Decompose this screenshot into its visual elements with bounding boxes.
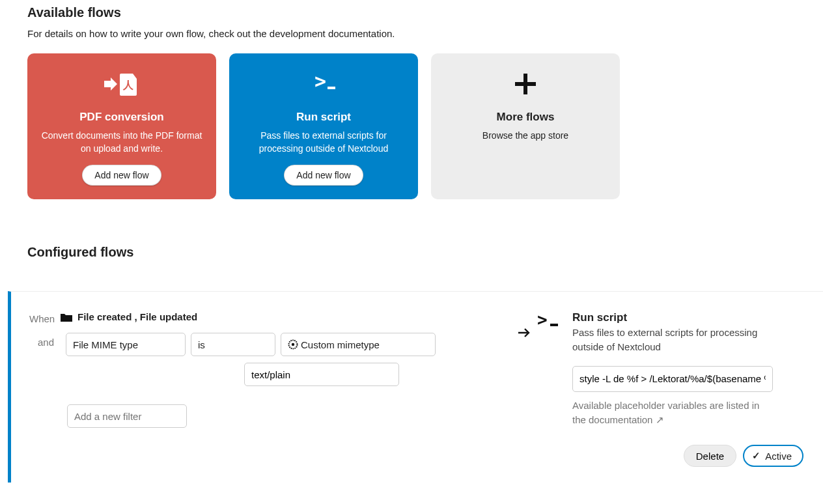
- mime-value-input[interactable]: [244, 363, 399, 386]
- filter-mode-label: Custom mimetype: [301, 339, 380, 350]
- active-toggle[interactable]: ✓ Active: [743, 445, 803, 467]
- card-title: PDF conversion: [79, 111, 163, 124]
- gear-icon: [288, 339, 298, 350]
- flow-card-script: > Run script Pass files to external scri…: [229, 53, 418, 199]
- script-icon: >: [537, 313, 563, 328]
- check-icon: ✓: [752, 450, 760, 462]
- script-icon: >: [308, 69, 339, 99]
- delete-button[interactable]: Delete: [684, 445, 736, 467]
- events-text: File created , File updated: [77, 311, 197, 322]
- flow-card-pdf: 人 PDF conversion Convert documents into …: [27, 53, 216, 199]
- card-desc: Pass files to external scripts for proce…: [242, 129, 405, 156]
- and-label: and: [29, 333, 61, 348]
- plus-icon: [512, 69, 538, 99]
- when-label: When: [29, 311, 61, 324]
- event-list[interactable]: File created , File updated: [61, 311, 197, 322]
- flow-cards-row: 人 PDF conversion Convert documents into …: [27, 53, 796, 199]
- add-flow-button[interactable]: Add new flow: [284, 165, 363, 186]
- svg-rect-7: [515, 82, 536, 86]
- add-flow-button[interactable]: Add new flow: [82, 165, 161, 186]
- card-desc: Browse the app store: [482, 129, 568, 142]
- add-filter-input[interactable]: [67, 404, 187, 428]
- script-command-input[interactable]: [572, 366, 773, 392]
- card-desc: Convert documents into the PDF format on…: [40, 129, 203, 156]
- svg-text:>: >: [314, 71, 326, 92]
- configured-flow: When File created , File updated and Fil…: [8, 291, 823, 483]
- svg-text:人: 人: [122, 79, 134, 91]
- filter-mode-select[interactable]: Custom mimetype: [281, 333, 436, 356]
- filter-operator-select[interactable]: is: [191, 333, 275, 356]
- svg-point-9: [292, 343, 294, 346]
- action-title: Run script: [572, 311, 774, 324]
- flow-card-more[interactable]: More flows Browse the app store: [431, 53, 620, 199]
- folder-icon: [61, 313, 72, 322]
- filter-field-select[interactable]: File MIME type: [66, 333, 186, 356]
- card-title: Run script: [296, 111, 351, 124]
- available-flows-title: Available flows: [27, 5, 796, 20]
- arrow-icon: [511, 311, 537, 428]
- active-label: Active: [765, 451, 792, 462]
- action-desc: Pass files to external scripts for proce…: [572, 326, 774, 354]
- svg-marker-0: [104, 77, 117, 91]
- svg-rect-5: [328, 87, 335, 89]
- placeholder-note[interactable]: Available placeholder variables are list…: [572, 399, 773, 428]
- svg-rect-11: [550, 324, 558, 326]
- available-flows-subtitle: For details on how to write your own flo…: [27, 28, 796, 39]
- configured-flows-title: Configured flows: [27, 245, 796, 260]
- card-title: More flows: [497, 111, 555, 124]
- svg-text:>: >: [537, 313, 548, 328]
- pdf-icon: 人: [104, 69, 139, 99]
